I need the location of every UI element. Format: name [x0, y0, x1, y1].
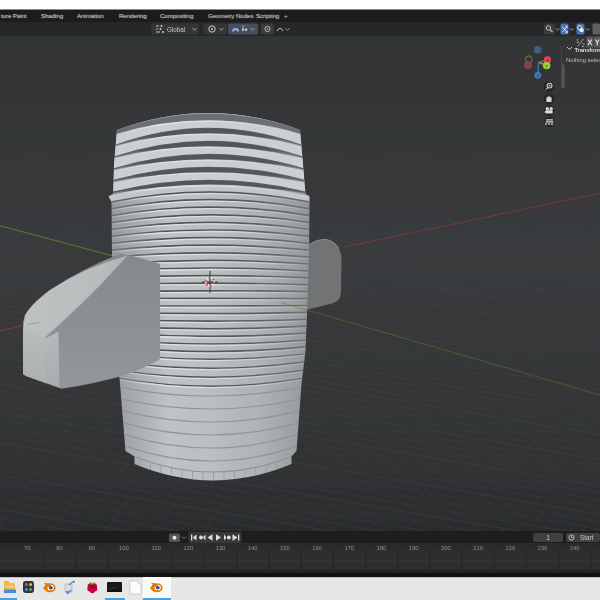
svg-text:120: 120	[183, 545, 193, 551]
svg-text:1: 1	[546, 534, 550, 541]
svg-text:160: 160	[312, 545, 322, 551]
svg-text:240: 240	[570, 545, 580, 551]
svg-text:80: 80	[56, 545, 62, 551]
svg-text:180: 180	[377, 545, 387, 551]
svg-text:Nothing selecte: Nothing selecte	[566, 57, 600, 63]
svg-text:X: X	[546, 59, 549, 63]
svg-text:220: 220	[505, 545, 515, 551]
svg-text:70: 70	[24, 545, 30, 551]
svg-text:1: 1	[576, 38, 579, 44]
svg-text:2: 2	[582, 42, 585, 48]
svg-text:100: 100	[119, 545, 129, 551]
svg-text:90: 90	[88, 545, 94, 551]
svg-text:230: 230	[538, 545, 548, 551]
svg-text:140: 140	[248, 545, 258, 551]
svg-text:Global: Global	[167, 26, 185, 33]
svg-text:190: 190	[409, 545, 419, 551]
svg-text:Start: Start	[580, 534, 594, 541]
svg-text:150: 150	[280, 545, 290, 551]
svg-text:210: 210	[473, 545, 483, 551]
svg-text:170: 170	[344, 545, 354, 551]
svg-text:130: 130	[216, 545, 226, 551]
svg-text:200: 200	[441, 545, 451, 551]
svg-text:110: 110	[151, 545, 160, 551]
